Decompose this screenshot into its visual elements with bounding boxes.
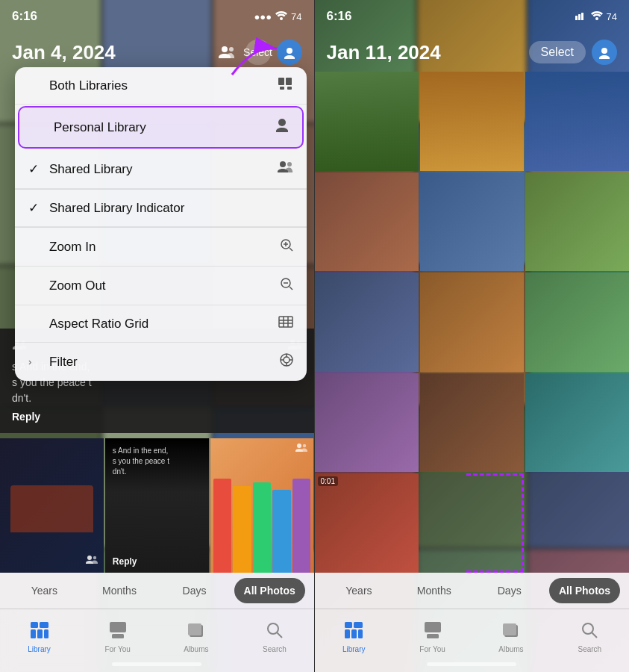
svg-point-47 bbox=[268, 623, 278, 634]
grid-cell-7[interactable] bbox=[315, 273, 419, 372]
menu-check-shared: ✓ bbox=[28, 161, 43, 177]
library-tab-label-left: Library bbox=[28, 645, 51, 653]
svg-point-36 bbox=[297, 444, 301, 448]
search-tab-icon-right bbox=[581, 622, 598, 643]
grid-cell-9[interactable] bbox=[525, 273, 629, 372]
svg-point-25 bbox=[284, 357, 290, 363]
status-icons-right: 74 bbox=[575, 11, 617, 22]
segment-months-right[interactable]: Months bbox=[398, 578, 469, 603]
library-tab-label-right: Library bbox=[342, 645, 366, 653]
home-indicator-right bbox=[427, 662, 516, 666]
menu-item-aspect-ratio[interactable]: Aspect Ratio Grid bbox=[15, 305, 307, 343]
svg-rect-46 bbox=[188, 623, 201, 635]
tab-library-right[interactable]: Library bbox=[315, 609, 393, 672]
albums-tab-label-right: Albums bbox=[498, 645, 523, 653]
grid-cell-8[interactable] bbox=[420, 273, 524, 372]
menu-check-filter: › bbox=[28, 356, 43, 367]
avatar-right[interactable] bbox=[592, 40, 617, 65]
svg-rect-43 bbox=[110, 622, 126, 632]
svg-line-17 bbox=[290, 287, 292, 290]
svg-rect-60 bbox=[427, 634, 439, 638]
photo-cell-3[interactable] bbox=[210, 438, 314, 573]
menu-label-personal: Personal Library bbox=[54, 120, 146, 135]
segment-allphotos-right[interactable]: All Photos bbox=[549, 578, 620, 603]
dropdown-menu[interactable]: Both Libraries Personal Library ✓ Shared… bbox=[15, 67, 307, 381]
segment-years-left[interactable]: Years bbox=[9, 578, 80, 603]
dashed-selection bbox=[466, 473, 524, 573]
menu-label-zoom-in: Zoom In bbox=[49, 240, 96, 255]
photo-cell-1[interactable] bbox=[0, 438, 104, 573]
foryou-tab-label-right: For You bbox=[419, 645, 445, 653]
menu-check-aspect bbox=[28, 317, 43, 332]
right-phone-panel: 6:16 74 Jan 11, 2024 Select bbox=[315, 0, 630, 672]
menu-item-personal-library[interactable]: Personal Library bbox=[18, 106, 304, 149]
home-indicator-left bbox=[112, 662, 201, 666]
menu-item-filter[interactable]: › Filter bbox=[15, 343, 307, 381]
wifi-icon-left bbox=[275, 11, 287, 22]
svg-rect-62 bbox=[503, 623, 516, 635]
grid-cell-1[interactable] bbox=[315, 72, 419, 171]
tab-search-right[interactable]: Search bbox=[551, 609, 629, 672]
search-tab-label-left: Search bbox=[263, 645, 287, 653]
menu-check-zoom-out bbox=[28, 279, 43, 293]
segment-bar-left: Years Months Days All Photos bbox=[0, 573, 314, 609]
svg-line-64 bbox=[592, 633, 598, 638]
video-duration: 0:01 bbox=[318, 476, 338, 486]
photo-cell-2[interactable]: s And in the end,s you the peace tdn't. … bbox=[105, 438, 209, 573]
status-time-left: 6:16 bbox=[12, 9, 37, 24]
grid-cell-3[interactable] bbox=[525, 72, 629, 171]
search-tab-icon-left bbox=[266, 622, 283, 643]
svg-point-10 bbox=[280, 161, 286, 167]
segment-bar-right: Years Months Days All Photos bbox=[315, 573, 630, 609]
grid-cell-4[interactable] bbox=[315, 172, 419, 272]
foryou-tab-icon-left bbox=[110, 622, 126, 643]
grid-cell-5[interactable] bbox=[420, 172, 524, 272]
grid-cell-2[interactable] bbox=[420, 72, 524, 171]
menu-icon-aspect bbox=[278, 316, 293, 332]
menu-check-zoom-in bbox=[28, 240, 43, 255]
status-bar-left: 6:16 ●●● 74 bbox=[0, 0, 314, 33]
menu-item-zoom-out[interactable]: Zoom Out bbox=[15, 267, 307, 305]
svg-rect-41 bbox=[37, 629, 43, 638]
svg-point-9 bbox=[278, 119, 286, 126]
svg-point-63 bbox=[583, 623, 593, 634]
segment-days-left[interactable]: Days bbox=[159, 578, 230, 603]
segment-days-right[interactable]: Days bbox=[474, 578, 545, 603]
svg-rect-39 bbox=[40, 622, 48, 628]
grid-cell-6[interactable] bbox=[525, 172, 629, 272]
grid-cell-12[interactable] bbox=[525, 373, 629, 473]
grid-cell-14[interactable] bbox=[420, 473, 524, 573]
tab-search-left[interactable]: Search bbox=[235, 609, 313, 672]
segment-months-left[interactable]: Months bbox=[84, 578, 155, 603]
grid-cell-11[interactable] bbox=[420, 373, 524, 473]
albums-tab-icon-left bbox=[188, 622, 204, 643]
status-bar-right: 6:16 74 bbox=[315, 0, 630, 33]
svg-rect-59 bbox=[425, 622, 441, 632]
svg-point-53 bbox=[601, 48, 607, 54]
segment-allphotos-left[interactable]: All Photos bbox=[234, 578, 305, 603]
grid-cell-15[interactable] bbox=[525, 473, 629, 573]
select-button-right[interactable]: Select bbox=[529, 41, 586, 63]
signal-icon-left: ●●● bbox=[254, 11, 272, 22]
battery-icon-left: 74 bbox=[291, 11, 301, 22]
menu-item-shared-library[interactable]: ✓ Shared Library bbox=[15, 150, 307, 189]
grid-cell-10[interactable] bbox=[315, 373, 419, 473]
svg-rect-6 bbox=[286, 78, 292, 85]
svg-point-37 bbox=[303, 444, 306, 447]
svg-rect-51 bbox=[581, 13, 583, 20]
menu-label-shared: Shared Library bbox=[49, 162, 133, 177]
tab-library-left[interactable]: Library bbox=[0, 609, 78, 672]
library-tab-icon-right bbox=[345, 622, 363, 643]
grid-cell-video[interactable]: 0:01 bbox=[315, 473, 419, 573]
menu-icon-personal bbox=[275, 118, 289, 137]
segment-years-right[interactable]: Years bbox=[324, 578, 395, 603]
menu-item-shared-indicator[interactable]: ✓ Shared Library Indicator bbox=[15, 190, 307, 227]
svg-rect-49 bbox=[575, 16, 578, 20]
menu-icon-shared bbox=[277, 161, 293, 178]
photo-grid-right: 0:01 bbox=[315, 72, 630, 573]
menu-item-zoom-in[interactable]: Zoom In bbox=[15, 228, 307, 267]
status-icons-left: ●●● 74 bbox=[254, 11, 301, 22]
notif-reply[interactable]: Reply bbox=[12, 411, 302, 423]
search-tab-label-right: Search bbox=[578, 645, 601, 653]
svg-rect-42 bbox=[44, 629, 48, 638]
